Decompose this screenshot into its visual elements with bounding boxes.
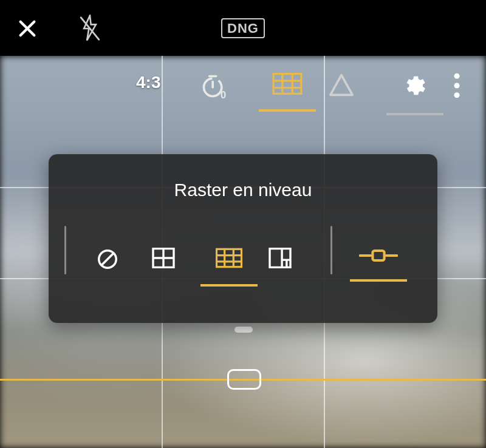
flash-off-icon xyxy=(78,15,102,42)
active-underline xyxy=(259,109,316,112)
aspect-ratio-button[interactable]: 4:3 xyxy=(136,73,160,92)
close-icon xyxy=(17,18,38,39)
timer-icon: 0 xyxy=(200,73,227,100)
grid-icon xyxy=(272,73,303,95)
svg-point-5 xyxy=(454,92,459,98)
grid-2x2-icon xyxy=(152,248,175,268)
grid-none-option[interactable] xyxy=(96,248,119,271)
svg-rect-8 xyxy=(216,249,241,266)
aspect-ratio-label: 4:3 xyxy=(136,73,160,92)
golden-ratio-icon xyxy=(269,248,292,268)
more-vert-icon xyxy=(453,73,460,98)
svg-rect-10 xyxy=(372,251,384,260)
none-icon xyxy=(96,248,119,271)
svg-text:0: 0 xyxy=(221,89,226,100)
settings-button[interactable] xyxy=(386,73,443,115)
gear-icon xyxy=(402,73,428,98)
grid-overlay-button[interactable] xyxy=(259,73,316,112)
active-underline xyxy=(200,284,258,287)
timer-button[interactable]: 0 xyxy=(200,73,227,100)
more-options-button[interactable] xyxy=(453,73,460,98)
flash-toggle[interactable] xyxy=(78,15,102,42)
svg-point-3 xyxy=(454,73,459,79)
level-tool-option[interactable] xyxy=(350,248,407,282)
format-badge: DNG xyxy=(221,18,265,38)
active-underline xyxy=(350,279,407,282)
grid-3x3-icon xyxy=(216,248,242,268)
panel-title: Raster en niveau xyxy=(49,180,437,200)
svg-rect-2 xyxy=(273,74,301,94)
tool-row: 4:3 0 xyxy=(0,73,486,115)
grid-2x2-option[interactable] xyxy=(152,248,175,268)
center-indicator xyxy=(234,327,253,333)
grid-3x3-option[interactable] xyxy=(200,248,258,287)
histogram-button[interactable] xyxy=(328,73,355,97)
top-bar: DNG xyxy=(0,0,486,56)
grid-level-panel: Raster en niveau xyxy=(49,154,437,323)
grid-golden-option[interactable] xyxy=(269,248,292,268)
panel-options-row xyxy=(49,248,437,296)
close-button[interactable] xyxy=(17,18,38,39)
level-icon xyxy=(359,248,398,263)
file-format-toggle[interactable]: DNG xyxy=(221,21,265,36)
triangle-icon xyxy=(328,73,355,97)
settings-underline xyxy=(386,113,443,115)
level-handle[interactable] xyxy=(227,369,261,390)
svg-point-4 xyxy=(454,83,459,88)
